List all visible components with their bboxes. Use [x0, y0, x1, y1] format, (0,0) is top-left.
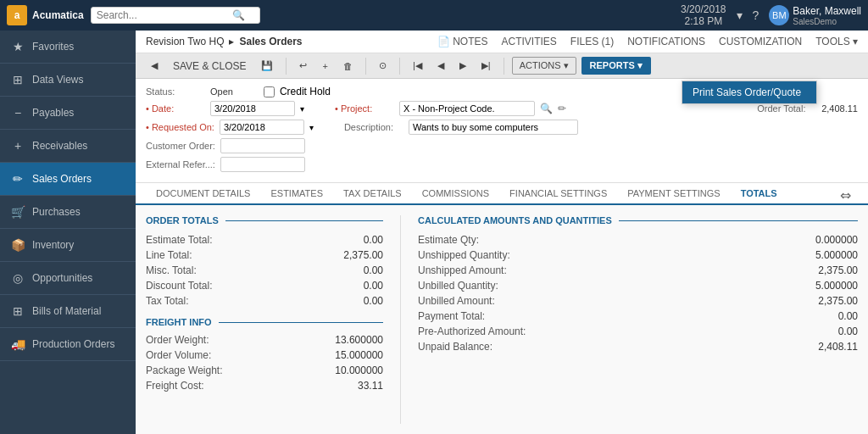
table-row: Package Weight: 10.000000 — [146, 363, 383, 378]
edit-project-icon[interactable]: ✏ — [558, 103, 566, 114]
credit-hold-checkbox[interactable] — [264, 86, 275, 97]
order-totals-title: ORDER TOTALS — [146, 215, 383, 225]
help-icon[interactable]: ? — [753, 8, 760, 22]
notes-button[interactable]: 📄 NOTES — [437, 36, 487, 47]
production-orders-icon: 🚚 — [10, 337, 25, 352]
project-field: • Project: 🔍 ✏ — [335, 101, 566, 116]
project-input[interactable] — [399, 101, 535, 116]
sidebar-item-inventory[interactable]: 📦 Inventory — [0, 229, 136, 262]
bills-icon: ⊞ — [10, 303, 25, 319]
receivables-icon: + — [10, 138, 25, 153]
favorites-icon: ★ — [10, 39, 25, 54]
table-row: Tax Total: 0.00 — [146, 293, 383, 309]
order-total-value: 2,408.11 — [821, 103, 858, 114]
requested-on-field: • Requested On: ▾ — [146, 120, 314, 135]
toolbar-separator-4 — [504, 58, 504, 75]
form-row-5: External Refer...: — [146, 157, 858, 172]
credit-hold-field: Credit Hold — [264, 86, 331, 97]
top-bar-left: a Acumatica 🔍 — [0, 5, 260, 25]
delete-button[interactable]: 🗑 — [338, 58, 358, 74]
table-row: Estimate Total: 0.00 — [146, 232, 383, 248]
first-button[interactable]: |◀ — [408, 58, 427, 74]
requested-on-input[interactable] — [220, 120, 304, 135]
table-row: Unbilled Quantity: 5.000000 — [418, 278, 858, 293]
sidebar-item-bills-of-material[interactable]: ⊞ Bills of Material — [0, 295, 136, 328]
print-sales-order-item[interactable]: Print Sales Order/Quote — [682, 81, 816, 103]
sidebar-item-sales-orders[interactable]: ✏ Sales Orders — [0, 163, 136, 196]
notes-icon: 📄 — [437, 36, 450, 47]
sidebar-item-production-orders[interactable]: 🚚 Production Orders — [0, 328, 136, 361]
status-value: Open — [210, 86, 233, 97]
toolbar-separator-2 — [365, 58, 366, 75]
sidebar-item-receivables[interactable]: + Receivables — [0, 130, 136, 163]
payables-icon: − — [10, 105, 25, 120]
sidebar: ★ Favorites ⊞ Data Views − Payables + Re… — [0, 31, 136, 434]
save-close-button[interactable]: SAVE & CLOSE — [168, 58, 251, 75]
sidebar-item-favorites[interactable]: ★ Favorites — [0, 31, 136, 64]
sidebar-item-purchases[interactable]: 🛒 Purchases — [0, 196, 136, 229]
table-row: Order Volume: 15.000000 — [146, 348, 383, 363]
search-icon[interactable]: 🔍 — [232, 9, 245, 21]
date-label: • Date: — [146, 103, 205, 114]
toolbar-separator-3 — [399, 58, 400, 75]
external-refer-field: External Refer...: — [146, 157, 305, 172]
table-row: Discount Total: 0.00 — [146, 278, 383, 293]
prev-button[interactable]: ◀ — [432, 58, 449, 74]
external-refer-label: External Refer...: — [146, 159, 215, 170]
description-input[interactable] — [409, 120, 578, 135]
external-refer-input[interactable] — [220, 157, 305, 172]
totals-left-column: ORDER TOTALS Estimate Total: 0.00 Line T… — [146, 215, 400, 424]
form-row-3: • Requested On: ▾ Description: — [146, 120, 858, 135]
tab-estimates[interactable]: ESTIMATES — [260, 183, 333, 205]
undo-button[interactable]: ↩ — [294, 58, 312, 74]
files-button[interactable]: FILES (1) — [570, 36, 614, 47]
logo-text: Acumatica — [32, 9, 84, 21]
next-button[interactable]: ▶ — [454, 58, 471, 74]
tab-expand-icon[interactable]: ⇔ — [833, 187, 858, 203]
table-row: Unbilled Amount: 2,375.00 — [418, 293, 858, 309]
breadcrumb-company: Revision Two HQ — [146, 36, 224, 47]
tab-tax-details[interactable]: TAX DETAILS — [333, 183, 412, 205]
table-row: Misc. Total: 0.00 — [146, 263, 383, 278]
back-button[interactable]: ◀ — [146, 58, 163, 74]
tools-button[interactable]: TOOLS ▾ — [815, 36, 858, 47]
requested-date-picker-icon[interactable]: ▾ — [309, 123, 314, 132]
notifications-button[interactable]: NOTIFICATIONS — [627, 36, 705, 47]
status-field: Status: Open — [146, 86, 233, 97]
sidebar-item-opportunities[interactable]: ◎ Opportunities — [0, 262, 136, 295]
tab-payment-settings[interactable]: PAYMENT SETTINGS — [617, 183, 730, 205]
save-icon-button[interactable]: 💾 — [256, 58, 278, 74]
table-row: Freight Cost: 33.11 — [146, 378, 383, 393]
user-menu[interactable]: BM Baker, Maxwell SalesDemo — [769, 5, 861, 26]
tab-totals[interactable]: TOTALS — [731, 183, 787, 205]
search-bar[interactable]: 🔍 — [91, 7, 260, 24]
user-info: Baker, Maxwell SalesDemo — [793, 5, 861, 26]
copy-button[interactable]: ⊙ — [374, 58, 392, 74]
search-input[interactable] — [97, 9, 232, 21]
activities-button[interactable]: ACTIVITIES — [501, 36, 556, 47]
acumatica-logo[interactable]: a Acumatica — [7, 5, 84, 25]
search-project-icon[interactable]: 🔍 — [540, 103, 553, 114]
breadcrumb: Revision Two HQ ▸ Sales Orders — [146, 36, 303, 47]
sidebar-item-payables[interactable]: − Payables — [0, 97, 136, 130]
customer-order-input[interactable] — [220, 138, 305, 153]
date-picker-icon[interactable]: ▾ — [300, 104, 304, 114]
last-button[interactable]: ▶| — [476, 58, 496, 74]
table-row: Unshipped Amount: 2,375.00 — [418, 263, 858, 278]
actions-button[interactable]: ACTIONS ▾ — [512, 57, 576, 75]
tab-financial-settings[interactable]: FINANCIAL SETTINGS — [499, 183, 617, 205]
project-label: • Project: — [335, 103, 394, 114]
sidebar-item-data-views[interactable]: ⊞ Data Views — [0, 64, 136, 97]
customization-button[interactable]: CUSTOMIZATION — [719, 36, 802, 47]
order-total-field: Order Total: 2,408.11 — [757, 103, 858, 114]
tab-commissions[interactable]: COMMISSIONS — [412, 183, 499, 205]
customer-order-label: Customer Order: — [146, 141, 215, 151]
add-button[interactable]: + — [317, 58, 332, 74]
toolbar: ◀ SAVE & CLOSE 💾 ↩ + 🗑 ⊙ |◀ ◀ ▶ ▶| ACTIO… — [136, 53, 868, 79]
date-input[interactable] — [210, 101, 295, 116]
table-row: Pre-Authorized Amount: 0.00 — [418, 324, 858, 339]
reports-button[interactable]: REPORTS ▾ — [581, 57, 651, 75]
tab-document-details[interactable]: DOCUMENT DETAILS — [146, 183, 260, 205]
totals-right-column: CALCULATED AMOUNTS AND QUANTITIES Estima… — [400, 215, 858, 424]
dropdown-icon[interactable]: ▾ — [737, 8, 743, 22]
